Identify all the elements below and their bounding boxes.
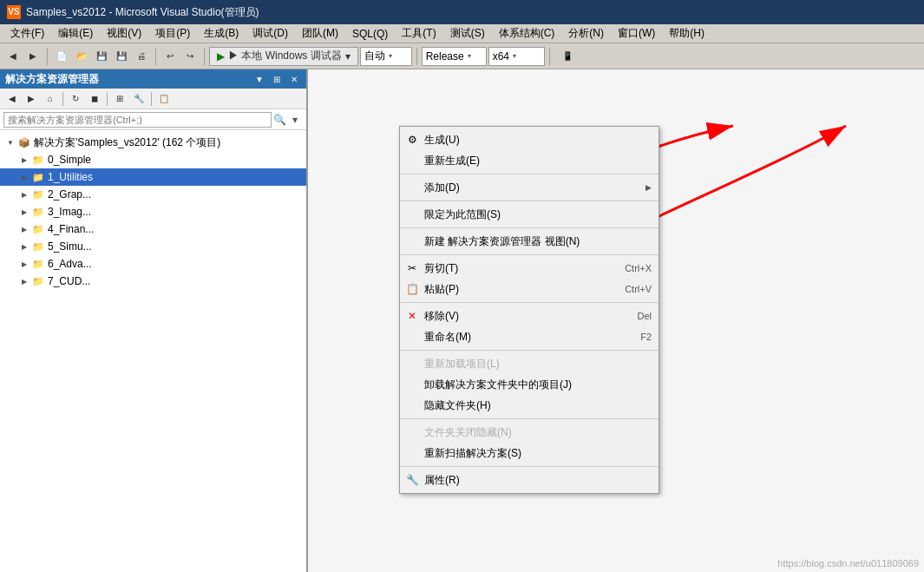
- folder-icon: 📁: [31, 257, 45, 271]
- new-button[interactable]: 📄: [52, 47, 71, 66]
- tree-item-5[interactable]: ▶ 📁 5_Simu...: [0, 238, 306, 255]
- tree-item-2[interactable]: ▶ 📁 2_Grap...: [0, 186, 306, 203]
- auto-dropdown[interactable]: 自动 ▾: [360, 47, 412, 66]
- ctx-sep-5: [400, 302, 659, 303]
- menu-sql[interactable]: SQL(Q): [345, 26, 395, 42]
- menu-debug[interactable]: 调试(D): [246, 24, 295, 43]
- panel-title: 解决方案资源管理器: [5, 72, 99, 87]
- folder-icon: 📁: [31, 187, 45, 201]
- ctx-properties[interactable]: 🔧 属性(R): [400, 470, 659, 490]
- menu-bar: 文件(F) 编辑(E) 视图(V) 项目(P) 生成(B) 调试(D) 团队(M…: [0, 24, 924, 43]
- ctx-rebuild-label: 重新生成(E): [424, 154, 480, 168]
- build-icon: ⚙: [405, 133, 419, 147]
- ctx-scope[interactable]: 限定为此范围(S): [400, 204, 659, 225]
- ctx-remove-label: 移除(V): [424, 309, 459, 324]
- ctx-sep-8: [400, 466, 659, 467]
- forward-button[interactable]: ▶: [23, 47, 43, 66]
- file-buttons: 📄 📂 💾 💾 🖨: [52, 47, 151, 66]
- ctx-build[interactable]: ⚙ 生成(U): [400, 129, 659, 150]
- ctx-rebuild[interactable]: 重新生成(E): [400, 150, 659, 171]
- ctx-sep-7: [400, 418, 659, 419]
- item-label: 4_Finan...: [48, 223, 94, 235]
- tree-item-1[interactable]: ▶ 📁 1_Utilities: [0, 168, 306, 186]
- menu-tools[interactable]: 工具(T): [395, 24, 442, 43]
- properties-button[interactable]: 📋: [155, 91, 173, 107]
- ctx-unload[interactable]: 卸载解决方案文件夹中的项目(J): [400, 374, 659, 395]
- watermark: https://blog.csdn.net/u011809069: [777, 558, 919, 569]
- auto-hide-icon[interactable]: ⊞: [270, 72, 284, 86]
- print-button[interactable]: 🖨: [132, 47, 151, 66]
- ctx-add[interactable]: 添加(D) ▶: [400, 177, 659, 198]
- menu-arch[interactable]: 体系结构(C): [492, 24, 562, 43]
- device-manager-button[interactable]: 📱: [554, 47, 580, 66]
- expand-button[interactable]: ⊞: [111, 91, 128, 107]
- menu-window[interactable]: 窗口(W): [611, 24, 662, 43]
- search-box: 🔍 ▾: [0, 109, 306, 130]
- ctx-paste-label: 粘贴(P): [424, 282, 459, 297]
- redo-button[interactable]: ↪: [180, 47, 200, 66]
- configuration-dropdown[interactable]: Release ▾: [422, 47, 487, 66]
- ctx-add-arrow: ▶: [645, 183, 652, 192]
- ctx-rename-shortcut: F2: [640, 332, 652, 342]
- play-label: ▶ 本地 Windows 调试器: [228, 49, 342, 63]
- ctx-paste[interactable]: 📋 粘贴(P) Ctrl+V: [400, 279, 659, 299]
- ctx-new-view[interactable]: 新建 解决方案资源管理器 视图(N): [400, 231, 659, 252]
- home-button[interactable]: ⌂: [42, 91, 59, 107]
- platform-dropdown[interactable]: x64 ▾: [488, 47, 545, 66]
- main-toolbar: ◀ ▶ 📄 📂 💾 💾 🖨 ↩ ↪ ▶ ▶ 本地 Windows 调试器 ▾ 自…: [0, 43, 924, 69]
- panel-header-icons: ▼ ⊞ ✕: [252, 72, 301, 86]
- editor-area: ⚙ 生成(U) 重新生成(E) 添加(D) ▶ 限定为此范围(S) 新建 解决方: [308, 69, 924, 572]
- refresh-button[interactable]: ↻: [67, 91, 84, 107]
- ctx-cut-shortcut: Ctrl+X: [625, 263, 652, 273]
- close-panel-icon[interactable]: ✕: [287, 72, 301, 86]
- tree-item-6[interactable]: ▶ 📁 6_Adva...: [0, 255, 306, 273]
- save-button[interactable]: 💾: [92, 47, 111, 66]
- item-label: 5_Simu...: [48, 240, 92, 253]
- open-button[interactable]: 📂: [72, 47, 91, 66]
- menu-file[interactable]: 文件(F): [3, 24, 51, 43]
- ctx-rename[interactable]: 重命名(M) F2: [400, 326, 659, 347]
- save-all-button[interactable]: 💾: [112, 47, 131, 66]
- solution-root-item[interactable]: ▼ 📦 解决方案'Samples_vs2012' (162 个项目): [0, 134, 306, 151]
- tree-item-4[interactable]: ▶ 📁 4_Finan...: [0, 220, 306, 238]
- ctx-folder-close-label: 文件夹关闭隐藏(N): [424, 425, 512, 440]
- start-debug-button[interactable]: ▶ ▶ 本地 Windows 调试器 ▾: [209, 47, 358, 66]
- ctx-cut[interactable]: ✂ 剪切(T) Ctrl+X: [400, 258, 659, 279]
- tree-item-7[interactable]: ▶ 📁 7_CUD...: [0, 273, 306, 290]
- ctx-rename-label: 重命名(M): [424, 330, 471, 345]
- ctx-sep-4: [400, 254, 659, 255]
- tree-item-3[interactable]: ▶ 📁 3_Imag...: [0, 203, 306, 220]
- menu-analyze[interactable]: 分析(N): [561, 24, 611, 43]
- forward-nav-button[interactable]: ▶: [23, 91, 40, 107]
- menu-edit[interactable]: 编辑(E): [51, 24, 100, 43]
- panel-header: 解决方案资源管理器 ▼ ⊞ ✕: [0, 69, 306, 89]
- back-nav-button[interactable]: ◀: [3, 91, 21, 107]
- item-label: 1_Utilities: [48, 171, 93, 183]
- ctx-cut-label: 剪切(T): [424, 261, 458, 276]
- expand-icon: ▶: [17, 274, 31, 288]
- ctx-hide-folder[interactable]: 隐藏文件夹(H): [400, 395, 659, 416]
- ctx-rescan[interactable]: 重新扫描解决方案(S): [400, 443, 659, 464]
- undo-button[interactable]: ↩: [161, 47, 180, 66]
- tree-item-0[interactable]: ▶ 📁 0_Simple: [0, 151, 306, 168]
- menu-test[interactable]: 测试(S): [443, 24, 492, 43]
- folder-icon: 📁: [31, 153, 45, 167]
- back-button[interactable]: ◀: [3, 47, 23, 66]
- stop-button[interactable]: ◼: [86, 91, 103, 107]
- menu-project[interactable]: 项目(P): [148, 24, 197, 43]
- search-input[interactable]: [3, 112, 272, 128]
- menu-view[interactable]: 视图(V): [100, 24, 148, 43]
- ctx-remove[interactable]: ✕ 移除(V) Del: [400, 306, 659, 326]
- pin-icon[interactable]: ▼: [252, 72, 266, 86]
- ctx-paste-shortcut: Ctrl+V: [625, 284, 652, 294]
- filter-button[interactable]: 🔧: [130, 91, 147, 107]
- ctx-sep-3: [400, 227, 659, 228]
- menu-help[interactable]: 帮助(H): [662, 24, 711, 43]
- menu-build[interactable]: 生成(B): [197, 24, 246, 43]
- search-button[interactable]: 🔍: [272, 112, 287, 128]
- menu-team[interactable]: 团队(M): [295, 24, 345, 43]
- expand-icon: ▶: [17, 187, 31, 201]
- ctx-folder-close: 文件夹关闭隐藏(N): [400, 422, 659, 443]
- item-label: 0_Simple: [48, 154, 91, 166]
- search-options-button[interactable]: ▾: [287, 112, 303, 128]
